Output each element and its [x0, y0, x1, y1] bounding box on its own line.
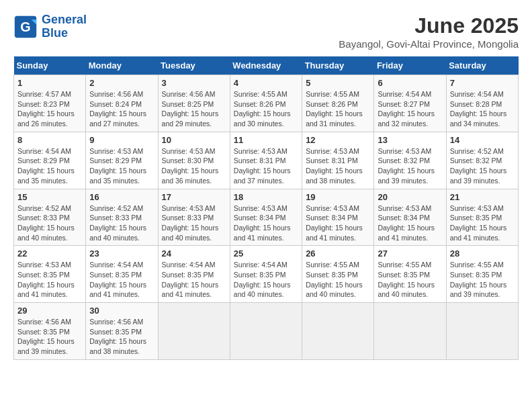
- day-detail: Sunrise: 4:54 AM Sunset: 8:28 PM Dayligh…: [450, 89, 515, 129]
- table-row: 25 Sunrise: 4:54 AM Sunset: 8:35 PM Dayl…: [230, 246, 302, 303]
- day-number: 21: [450, 192, 515, 202]
- calendar-table: Sunday Monday Tuesday Wednesday Thursday…: [13, 56, 519, 360]
- day-detail: Sunrise: 4:53 AM Sunset: 8:29 PM Dayligh…: [89, 146, 154, 186]
- day-number: 7: [450, 78, 515, 88]
- day-number: 16: [89, 192, 154, 202]
- table-row: 7 Sunrise: 4:54 AM Sunset: 8:28 PM Dayli…: [446, 75, 518, 132]
- day-number: 8: [17, 135, 82, 145]
- day-detail: Sunrise: 4:53 AM Sunset: 8:35 PM Dayligh…: [450, 203, 515, 243]
- day-number: 20: [378, 192, 442, 202]
- day-detail: Sunrise: 4:53 AM Sunset: 8:31 PM Dayligh…: [306, 146, 370, 186]
- svg-text:G: G: [20, 19, 30, 34]
- col-tuesday: Tuesday: [158, 56, 230, 75]
- title-section: June 2025 Bayangol, Govi-Altai Province,…: [339, 13, 519, 50]
- day-number: 22: [17, 248, 82, 259]
- day-number: 5: [306, 78, 370, 88]
- table-row: 9 Sunrise: 4:53 AM Sunset: 8:29 PM Dayli…: [86, 132, 158, 189]
- day-detail: Sunrise: 4:54 AM Sunset: 8:35 PM Dayligh…: [162, 260, 226, 300]
- day-number: 3: [162, 78, 226, 88]
- table-row: 11 Sunrise: 4:53 AM Sunset: 8:31 PM Dayl…: [230, 132, 302, 189]
- table-row: 10 Sunrise: 4:53 AM Sunset: 8:30 PM Dayl…: [158, 132, 230, 189]
- col-saturday: Saturday: [446, 56, 518, 75]
- table-row: 17 Sunrise: 4:53 AM Sunset: 8:33 PM Dayl…: [158, 189, 230, 246]
- day-number: 24: [162, 248, 226, 259]
- day-number: 10: [162, 135, 226, 145]
- day-detail: Sunrise: 4:54 AM Sunset: 8:35 PM Dayligh…: [89, 260, 154, 300]
- day-detail: Sunrise: 4:53 AM Sunset: 8:34 PM Dayligh…: [234, 203, 298, 243]
- day-detail: Sunrise: 4:54 AM Sunset: 8:27 PM Dayligh…: [378, 89, 442, 129]
- table-row: 26 Sunrise: 4:55 AM Sunset: 8:35 PM Dayl…: [302, 246, 374, 303]
- day-number: 6: [378, 78, 442, 88]
- table-row: 16 Sunrise: 4:52 AM Sunset: 8:33 PM Dayl…: [86, 189, 158, 246]
- day-detail: Sunrise: 4:55 AM Sunset: 8:26 PM Dayligh…: [234, 89, 298, 129]
- table-row: 28 Sunrise: 4:55 AM Sunset: 8:35 PM Dayl…: [446, 246, 518, 303]
- day-detail: Sunrise: 4:52 AM Sunset: 8:32 PM Dayligh…: [450, 146, 515, 186]
- day-number: 11: [234, 135, 298, 145]
- day-detail: Sunrise: 4:53 AM Sunset: 8:35 PM Dayligh…: [17, 260, 82, 300]
- table-row: 12 Sunrise: 4:53 AM Sunset: 8:31 PM Dayl…: [302, 132, 374, 189]
- table-row: 8 Sunrise: 4:54 AM Sunset: 8:29 PM Dayli…: [14, 132, 86, 189]
- table-row: 5 Sunrise: 4:55 AM Sunset: 8:26 PM Dayli…: [302, 75, 374, 132]
- table-row: 15 Sunrise: 4:52 AM Sunset: 8:33 PM Dayl…: [14, 189, 86, 246]
- day-number: 4: [234, 78, 298, 88]
- day-number: 15: [17, 192, 82, 202]
- table-row: 30 Sunrise: 4:56 AM Sunset: 8:35 PM Dayl…: [86, 303, 158, 360]
- table-row: 14 Sunrise: 4:52 AM Sunset: 8:32 PM Dayl…: [446, 132, 518, 189]
- table-row: [446, 303, 518, 360]
- day-number: 9: [89, 135, 154, 145]
- day-number: 27: [378, 248, 442, 259]
- day-detail: Sunrise: 4:56 AM Sunset: 8:35 PM Dayligh…: [17, 317, 82, 357]
- table-row: 20 Sunrise: 4:53 AM Sunset: 8:34 PM Dayl…: [374, 189, 446, 246]
- calendar-title: June 2025: [339, 13, 519, 38]
- day-detail: Sunrise: 4:55 AM Sunset: 8:35 PM Dayligh…: [378, 260, 442, 300]
- day-number: 26: [306, 248, 370, 259]
- day-detail: Sunrise: 4:55 AM Sunset: 8:35 PM Dayligh…: [306, 260, 370, 300]
- calendar-week-row: 8 Sunrise: 4:54 AM Sunset: 8:29 PM Dayli…: [14, 132, 519, 189]
- calendar-week-row: 29 Sunrise: 4:56 AM Sunset: 8:35 PM Dayl…: [14, 303, 519, 360]
- day-number: 13: [378, 135, 442, 145]
- col-thursday: Thursday: [302, 56, 374, 75]
- table-row: 27 Sunrise: 4:55 AM Sunset: 8:35 PM Dayl…: [374, 246, 446, 303]
- table-row: 2 Sunrise: 4:56 AM Sunset: 8:24 PM Dayli…: [86, 75, 158, 132]
- logo-line2: Blue: [42, 26, 68, 40]
- col-wednesday: Wednesday: [230, 56, 302, 75]
- day-number: 29: [17, 306, 82, 316]
- table-row: 21 Sunrise: 4:53 AM Sunset: 8:35 PM Dayl…: [446, 189, 518, 246]
- table-row: [230, 303, 302, 360]
- calendar-header-row: Sunday Monday Tuesday Wednesday Thursday…: [14, 56, 519, 75]
- table-row: 1 Sunrise: 4:57 AM Sunset: 8:23 PM Dayli…: [14, 75, 86, 132]
- table-row: 22 Sunrise: 4:53 AM Sunset: 8:35 PM Dayl…: [14, 246, 86, 303]
- day-number: 19: [306, 192, 370, 202]
- header: G General Blue June 2025 Bayangol, Govi-…: [13, 13, 519, 50]
- table-row: 3 Sunrise: 4:56 AM Sunset: 8:25 PM Dayli…: [158, 75, 230, 132]
- logo-line1: General: [42, 13, 87, 26]
- day-detail: Sunrise: 4:55 AM Sunset: 8:26 PM Dayligh…: [306, 89, 370, 129]
- table-row: 24 Sunrise: 4:54 AM Sunset: 8:35 PM Dayl…: [158, 246, 230, 303]
- col-monday: Monday: [86, 56, 158, 75]
- calendar-week-row: 1 Sunrise: 4:57 AM Sunset: 8:23 PM Dayli…: [14, 75, 519, 132]
- day-number: 1: [17, 78, 82, 88]
- day-detail: Sunrise: 4:53 AM Sunset: 8:34 PM Dayligh…: [378, 203, 442, 243]
- day-number: 18: [234, 192, 298, 202]
- calendar-week-row: 15 Sunrise: 4:52 AM Sunset: 8:33 PM Dayl…: [14, 189, 519, 246]
- day-detail: Sunrise: 4:56 AM Sunset: 8:24 PM Dayligh…: [89, 89, 154, 129]
- day-detail: Sunrise: 4:53 AM Sunset: 8:34 PM Dayligh…: [306, 203, 370, 243]
- table-row: 29 Sunrise: 4:56 AM Sunset: 8:35 PM Dayl…: [14, 303, 86, 360]
- day-detail: Sunrise: 4:53 AM Sunset: 8:33 PM Dayligh…: [162, 203, 226, 243]
- logo-text: General Blue: [42, 13, 87, 40]
- day-detail: Sunrise: 4:55 AM Sunset: 8:35 PM Dayligh…: [450, 260, 515, 300]
- logo-icon: G: [13, 15, 38, 39]
- day-number: 28: [450, 248, 515, 259]
- table-row: 13 Sunrise: 4:53 AM Sunset: 8:32 PM Dayl…: [374, 132, 446, 189]
- table-row: [158, 303, 230, 360]
- day-detail: Sunrise: 4:57 AM Sunset: 8:23 PM Dayligh…: [17, 89, 82, 129]
- logo: G General Blue: [13, 13, 87, 40]
- day-number: 23: [89, 248, 154, 259]
- day-detail: Sunrise: 4:52 AM Sunset: 8:33 PM Dayligh…: [89, 203, 154, 243]
- calendar-week-row: 22 Sunrise: 4:53 AM Sunset: 8:35 PM Dayl…: [14, 246, 519, 303]
- day-detail: Sunrise: 4:53 AM Sunset: 8:32 PM Dayligh…: [378, 146, 442, 186]
- col-friday: Friday: [374, 56, 446, 75]
- table-row: [302, 303, 374, 360]
- day-number: 17: [162, 192, 226, 202]
- table-row: 4 Sunrise: 4:55 AM Sunset: 8:26 PM Dayli…: [230, 75, 302, 132]
